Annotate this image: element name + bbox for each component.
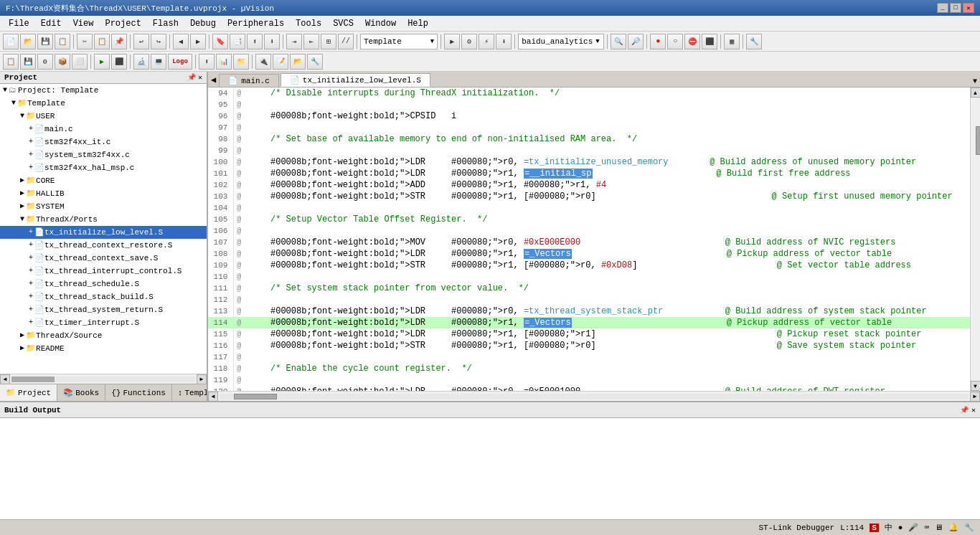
tree-core-folder[interactable]: ▶ 📁 CORE <box>0 174 207 187</box>
tab-scroll-left[interactable]: ◀ <box>208 73 219 87</box>
tree-system-stm32[interactable]: + 📄 system_stm32f4xx.c <box>0 148 207 161</box>
tb-bookmark[interactable]: 🔖 <box>212 34 228 49</box>
menu-flash[interactable]: Flash <box>147 17 184 30</box>
menu-edit[interactable]: Edit <box>35 17 67 30</box>
tree-tx-context-restore[interactable]: + 📄 tx_thread_context_restore.S <box>0 239 207 252</box>
tb-view[interactable]: ▦ <box>724 34 740 49</box>
tb2-btn2[interactable]: 💾 <box>20 54 36 70</box>
tb-indent-less[interactable]: ⇤ <box>303 34 319 49</box>
tb-nav-back[interactable]: ◀ <box>173 34 189 49</box>
tree-tx-sys-return[interactable]: + 📄 tx_thread_system_return.S <box>0 303 207 316</box>
tb-bookmark2[interactable]: 📑 <box>230 34 245 49</box>
code-hscroll[interactable]: ◀ ▶ <box>208 391 980 401</box>
tb-comment[interactable]: // <box>338 34 354 49</box>
tb-redo[interactable]: ↪ <box>151 34 166 49</box>
tb-run4[interactable]: ⬇ <box>496 34 512 49</box>
code-hscroll-right[interactable]: ▶ <box>970 392 980 402</box>
tb-nav-fwd[interactable]: ▶ <box>190 34 206 49</box>
tb-settings[interactable]: 🔧 <box>746 34 762 49</box>
tree-tx-timer-interrupt[interactable]: + 📄 tx_timer_interrupt.S <box>0 316 207 329</box>
project-scroll-left[interactable]: ◀ <box>0 374 10 384</box>
tree-tx-stack-build[interactable]: + 📄 tx_thread_stack_build.S <box>0 290 207 303</box>
minimize-button[interactable]: _ <box>937 3 948 13</box>
build-pin-icon[interactable]: 📌 <box>960 406 969 415</box>
tree-template-folder[interactable]: ▼ 📁 Template <box>0 97 207 110</box>
tb2-connect[interactable]: 🔌 <box>255 54 271 70</box>
vscroll-up[interactable]: ▲ <box>971 87 981 98</box>
tb2-mem[interactable]: 💻 <box>151 54 166 70</box>
tree-hallib-folder[interactable]: ▶ 📁 HALLIB <box>0 187 207 200</box>
tb-indent-auto[interactable]: ⊞ <box>321 34 336 49</box>
tree-tx-schedule[interactable]: + 📄 tx_thread_schedule.S <box>0 278 207 290</box>
project-pin-icon[interactable]: 📌 <box>187 73 196 82</box>
proj-tab-functions[interactable]: {} Functions <box>105 384 172 401</box>
tree-tx-init-low-level[interactable]: + 📄 tx_initialize_low_level.S <box>0 226 207 239</box>
project-close-icon[interactable]: ✕ <box>198 73 202 82</box>
menu-view[interactable]: View <box>67 17 100 30</box>
tb2-btn5[interactable]: ⬜ <box>72 54 88 70</box>
tb2-run[interactable]: ▶ <box>94 54 110 70</box>
tb-indent-more[interactable]: ⇥ <box>286 34 302 49</box>
project-scroll-right[interactable]: ▶ <box>197 374 207 384</box>
tree-tx-context-save[interactable]: + 📄 tx_thread_context_save.S <box>0 252 207 265</box>
proj-tab-books[interactable]: 📚 Books <box>57 384 105 401</box>
code-tab-tx-init[interactable]: 📄 tx_initialize_low_level.S <box>281 73 430 87</box>
tb2-stop[interactable]: ⬛ <box>111 54 127 70</box>
tb-cut[interactable]: ✂ <box>77 34 93 49</box>
menu-project[interactable]: Project <box>99 17 146 30</box>
tb-save[interactable]: 💾 <box>37 34 53 49</box>
tree-user-folder[interactable]: ▼ 📁 USER <box>0 110 207 123</box>
tb-run2[interactable]: ⚙ <box>461 34 477 49</box>
tree-threadx-source-folder[interactable]: ▶ 📁 ThreadX/Source <box>0 329 207 342</box>
menu-tools[interactable]: Tools <box>290 17 327 30</box>
tb-new[interactable]: 📄 <box>3 34 19 49</box>
tree-system-folder[interactable]: ▶ 📁 SYSTEM <box>0 200 207 213</box>
code-tab-main-c[interactable]: 📄 main.c <box>219 74 279 87</box>
tb-run1[interactable]: ▶ <box>444 34 460 49</box>
tb-debug2[interactable]: ○ <box>667 34 683 49</box>
tb2-extra2[interactable]: 📊 <box>216 54 232 70</box>
tb2-cpu[interactable]: 🔬 <box>133 54 149 70</box>
tb-debug4[interactable]: ⬛ <box>702 34 717 49</box>
tree-project-root[interactable]: ▼ 🗂 Project: Template <box>0 84 207 97</box>
search-box[interactable]: baidu_analytics ▼ <box>518 34 604 49</box>
menu-peripherals[interactable]: Peripherals <box>222 17 290 30</box>
tb-search-btn[interactable]: 🔍 <box>611 34 626 49</box>
proj-tab-project[interactable]: 📁 Project <box>0 384 57 401</box>
menu-file[interactable]: File <box>3 17 35 30</box>
tree-stm32-it[interactable]: + 📄 stm32f4xx_it.c <box>0 136 207 148</box>
menu-help[interactable]: Help <box>402 17 434 30</box>
title-bar-controls[interactable]: _ □ ✕ <box>937 3 974 13</box>
tb2-btn1[interactable]: 📋 <box>3 54 19 70</box>
tb2-btn4[interactable]: 📦 <box>55 54 70 70</box>
tree-threadx-ports-folder[interactable]: ▼ 📁 ThreadX/Ports <box>0 213 207 226</box>
code-vscroll[interactable]: ▲ ▼ <box>970 87 980 391</box>
tb2-src2[interactable]: 📂 <box>290 54 306 70</box>
tb2-src3[interactable]: 🔧 <box>307 54 323 70</box>
tb-prev-bookmark[interactable]: ⬆ <box>247 34 263 49</box>
tree-main-c[interactable]: + 📄 main.c <box>0 123 207 136</box>
tb-debug1[interactable]: ● <box>650 34 666 49</box>
tb2-src[interactable]: 📝 <box>273 54 288 70</box>
close-button[interactable]: ✕ <box>963 3 974 13</box>
build-close-icon[interactable]: ✕ <box>971 406 976 415</box>
menu-window[interactable]: Window <box>359 17 402 30</box>
maximize-button[interactable]: □ <box>950 3 961 13</box>
menu-svcs[interactable]: SVCS <box>327 17 359 30</box>
tb-run3[interactable]: ⚡ <box>479 34 494 49</box>
target-dropdown[interactable]: Template ▼ <box>360 34 438 49</box>
tb-copy[interactable]: 📋 <box>94 34 110 49</box>
code-scroll[interactable]: 94@ /* Disable interrupts during ThreadX… <box>208 87 970 391</box>
tb-undo[interactable]: ↩ <box>133 34 149 49</box>
tb-open[interactable]: 📂 <box>20 34 36 49</box>
project-hscroll[interactable]: ◀ ▶ <box>0 374 207 384</box>
tb2-extra1[interactable]: ⬆ <box>199 54 215 70</box>
tb-debug3[interactable]: ⛔ <box>684 34 700 49</box>
menu-debug[interactable]: Debug <box>184 17 222 30</box>
tb2-extra3[interactable]: 📁 <box>233 54 249 70</box>
tb-paste[interactable]: 📌 <box>111 34 127 49</box>
tree-readme-folder[interactable]: ▶ 📁 README <box>0 342 207 355</box>
tab-scroll-right[interactable]: ▼ <box>970 76 980 87</box>
tb-save-all[interactable]: 📋 <box>55 34 70 49</box>
tb2-logo[interactable]: Logo <box>168 54 192 70</box>
